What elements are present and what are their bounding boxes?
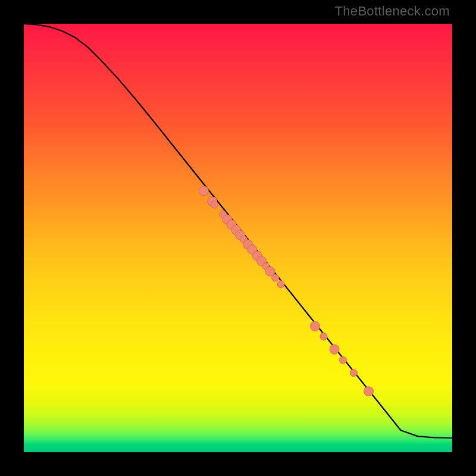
- data-point: [320, 333, 327, 340]
- data-point: [364, 387, 374, 396]
- plot-area: [24, 24, 452, 452]
- chart-svg: [24, 24, 452, 452]
- data-point: [311, 321, 320, 331]
- data-points-group: [199, 186, 373, 396]
- data-point: [330, 345, 339, 354]
- data-point: [277, 281, 284, 288]
- data-point: [339, 356, 346, 364]
- data-point: [199, 186, 208, 196]
- chart-frame: TheBottleneck.com: [0, 0, 476, 476]
- watermark-text: TheBottleneck.com: [335, 4, 450, 19]
- data-point: [211, 201, 218, 208]
- data-point: [272, 274, 279, 281]
- data-point: [350, 369, 357, 377]
